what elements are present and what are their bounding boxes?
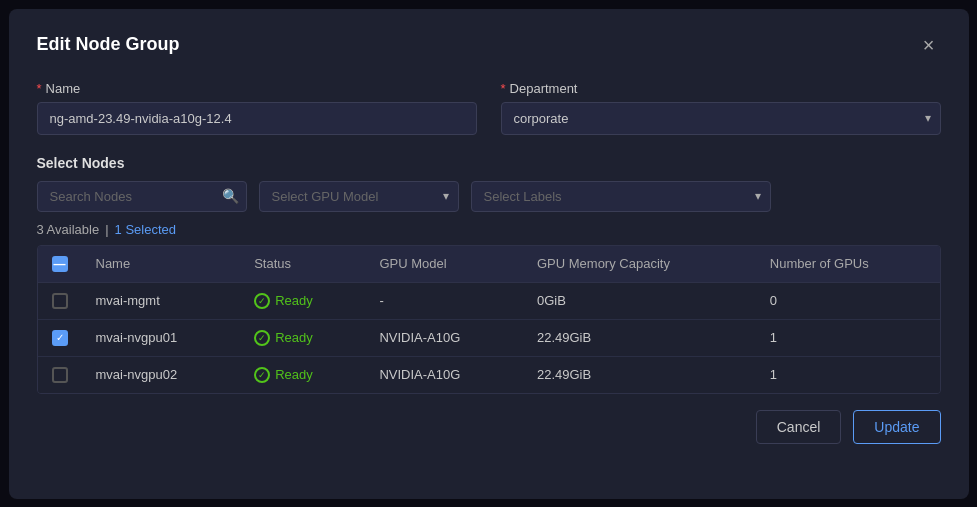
- row1-gpu-memory: 0GiB: [523, 282, 756, 319]
- row2-status-icon: ✓: [254, 330, 270, 346]
- available-count: 3 Available: [37, 222, 100, 237]
- department-label: *Department: [501, 81, 941, 96]
- header-gpu-model: GPU Model: [365, 246, 523, 283]
- nodes-table-container: — Name Status GPU Model GPU Memory Capac…: [37, 245, 941, 394]
- modal-header: Edit Node Group ×: [37, 33, 941, 57]
- row2-check-icon: ✓: [56, 333, 64, 343]
- row2-gpu-model: NVIDIA-A10G: [365, 319, 523, 356]
- row3-checkbox[interactable]: [52, 367, 68, 383]
- row2-status-text: Ready: [275, 330, 313, 345]
- row2-gpu-memory: 22.49GiB: [523, 319, 756, 356]
- selected-count-link[interactable]: 1 Selected: [115, 222, 176, 237]
- nodes-table: — Name Status GPU Model GPU Memory Capac…: [38, 246, 940, 393]
- row3-checkbox-cell: [38, 356, 82, 393]
- row3-gpu-model: NVIDIA-A10G: [365, 356, 523, 393]
- table-header-row: — Name Status GPU Model GPU Memory Capac…: [38, 246, 940, 283]
- row1-status-text: Ready: [275, 293, 313, 308]
- name-input[interactable]: [37, 102, 477, 135]
- row2-num-gpus: 1: [756, 319, 940, 356]
- edit-node-group-modal: Edit Node Group × *Name *Department corp…: [9, 9, 969, 499]
- gpu-model-select[interactable]: Select GPU Model: [259, 181, 459, 212]
- row1-status: ✓ Ready: [240, 282, 365, 319]
- table-row: mvai-mgmt ✓ Ready - 0GiB 0: [38, 282, 940, 319]
- row2-status: ✓ Ready: [240, 319, 365, 356]
- header-num-gpus: Number of GPUs: [756, 246, 940, 283]
- row1-checkbox-cell: [38, 282, 82, 319]
- search-nodes-input[interactable]: [37, 181, 247, 212]
- name-label: *Name: [37, 81, 477, 96]
- row3-status: ✓ Ready: [240, 356, 365, 393]
- table-header: — Name Status GPU Model GPU Memory Capac…: [38, 246, 940, 283]
- row1-status-icon: ✓: [254, 293, 270, 309]
- header-name: Name: [82, 246, 241, 283]
- row2-checkbox[interactable]: ✓: [52, 330, 68, 346]
- department-select-wrapper: corporate ▾: [501, 102, 941, 135]
- row1-name: mvai-mgmt: [82, 282, 241, 319]
- name-required-star: *: [37, 81, 42, 96]
- labels-wrapper: Select Labels ▾: [471, 181, 771, 212]
- row3-name: mvai-nvgpu02: [82, 356, 241, 393]
- indeterminate-dash-icon: —: [54, 258, 66, 270]
- row1-num-gpus: 0: [756, 282, 940, 319]
- row3-num-gpus: 1: [756, 356, 940, 393]
- select-nodes-title: Select Nodes: [37, 155, 941, 171]
- table-body: mvai-mgmt ✓ Ready - 0GiB 0: [38, 282, 940, 393]
- filters-row: 🔍 Select GPU Model ▾ Select Labels ▾: [37, 181, 941, 212]
- header-gpu-memory: GPU Memory Capacity: [523, 246, 756, 283]
- availability-separator: |: [105, 222, 108, 237]
- department-select[interactable]: corporate: [501, 102, 941, 135]
- header-checkbox-col: —: [38, 246, 82, 283]
- dept-required-star: *: [501, 81, 506, 96]
- table-row: mvai-nvgpu02 ✓ Ready NVIDIA-A10G 22.49Gi…: [38, 356, 940, 393]
- row1-gpu-model: -: [365, 282, 523, 319]
- row3-status-icon: ✓: [254, 367, 270, 383]
- name-department-row: *Name *Department corporate ▾: [37, 81, 941, 135]
- row3-gpu-memory: 22.49GiB: [523, 356, 756, 393]
- close-button[interactable]: ×: [917, 33, 941, 57]
- search-icon[interactable]: 🔍: [222, 188, 239, 204]
- gpu-model-wrapper: Select GPU Model ▾: [259, 181, 459, 212]
- row3-status-text: Ready: [275, 367, 313, 382]
- table-row: ✓ mvai-nvgpu01 ✓ Ready NVIDIA-A10G: [38, 319, 940, 356]
- availability-row: 3 Available | 1 Selected: [37, 222, 941, 237]
- modal-title: Edit Node Group: [37, 34, 180, 55]
- search-wrapper: 🔍: [37, 181, 247, 212]
- row1-checkbox[interactable]: [52, 293, 68, 309]
- row2-name: mvai-nvgpu01: [82, 319, 241, 356]
- labels-select[interactable]: Select Labels: [471, 181, 771, 212]
- modal-footer: Cancel Update: [37, 410, 941, 444]
- select-all-checkbox[interactable]: —: [52, 256, 68, 272]
- header-status: Status: [240, 246, 365, 283]
- modal-overlay: Edit Node Group × *Name *Department corp…: [0, 0, 977, 507]
- department-group: *Department corporate ▾: [501, 81, 941, 135]
- update-button[interactable]: Update: [853, 410, 940, 444]
- row2-checkbox-cell: ✓: [38, 319, 82, 356]
- name-group: *Name: [37, 81, 477, 135]
- cancel-button[interactable]: Cancel: [756, 410, 842, 444]
